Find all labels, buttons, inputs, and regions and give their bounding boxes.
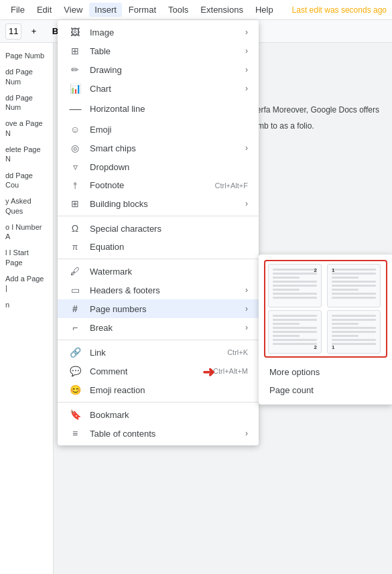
sidebar-item-page-numb[interactable]: Page Numb: [3, 48, 50, 63]
menu-item-break[interactable]: ⌐ Break ›: [58, 318, 259, 337]
insert-dropdown-menu: 🖼 Image › ⊞ Table › ✏ Drawing › 📊 Chart …: [58, 20, 259, 445]
doc-line: [332, 273, 376, 275]
horizontal-line-icon: —: [68, 102, 82, 116]
menu-item-table[interactable]: ⊞ Table ›: [58, 42, 259, 60]
menu-item-page-numbers-label: Page numbers: [90, 304, 243, 314]
doc-line: [273, 323, 300, 325]
page-numbers-arrow-icon: ›: [245, 304, 248, 313]
menu-item-equation[interactable]: π Equation: [58, 238, 259, 256]
menu-item-equation-label: Equation: [90, 242, 248, 252]
menubar: File Edit View Insert Format Tools Exten…: [0, 0, 392, 20]
menu-item-dropdown-label: Dropdown: [90, 162, 248, 172]
doc-line: [332, 297, 376, 299]
menu-item-emoji[interactable]: ☺ Emoji: [58, 120, 259, 139]
menu-item-footnote[interactable]: † Footnote Ctrl+Alt+F: [58, 176, 259, 194]
doc-line: [332, 335, 358, 337]
menu-item-watermark[interactable]: 🖋 Watermark: [58, 262, 259, 281]
page-doc-preview-br: 2: [269, 311, 321, 353]
menu-item-page-numbers[interactable]: # Page numbers ›: [58, 299, 259, 318]
menu-item-break-label: Break: [90, 323, 243, 333]
menu-edit[interactable]: Edit: [31, 3, 57, 17]
sidebar-item-asked[interactable]: y Asked Ques: [3, 194, 50, 218]
menu-item-horizontal-line[interactable]: — Horizontal line: [58, 98, 259, 120]
menu-item-horizontal-line-label: Horizontal line: [90, 104, 248, 114]
menu-item-smart-chips[interactable]: ◎ Smart chips ›: [58, 139, 259, 157]
sidebar-item-add-page[interactable]: Add a Page |: [3, 271, 50, 296]
menu-item-bookmark[interactable]: 🔖 Bookmark: [58, 405, 259, 424]
emoji-icon: ☺: [68, 124, 82, 135]
menu-file[interactable]: File: [5, 3, 30, 17]
more-options-button[interactable]: More options: [264, 363, 387, 381]
page-count-button[interactable]: Page count: [264, 381, 387, 399]
menu-insert[interactable]: Insert: [89, 3, 122, 17]
sidebar-item-delete-page[interactable]: elete Page N: [3, 142, 50, 167]
menu-item-headers-footers[interactable]: ▭ Headers & footers ›: [58, 281, 259, 299]
menu-view[interactable]: View: [58, 3, 88, 17]
menu-item-emoji-label: Emoji: [90, 125, 248, 135]
building-blocks-arrow-icon: ›: [245, 199, 248, 208]
menu-item-image-label: Image: [90, 27, 243, 38]
page-number-bottom-right-option[interactable]: 2: [268, 310, 322, 354]
menu-item-dropdown[interactable]: ▿ Dropdown: [58, 157, 259, 176]
watermark-icon: 🖋: [68, 266, 82, 277]
sidebar-item-add-page-num-1[interactable]: dd Page Num: [3, 64, 50, 89]
break-arrow-icon: ›: [245, 323, 248, 332]
sidebar-item-add-count[interactable]: dd Page Cou: [3, 168, 50, 193]
menu-item-emoji-reaction[interactable]: 😊 Emoji reaction: [58, 380, 259, 399]
menu-item-headers-footers-label: Headers & footers: [90, 285, 243, 295]
menu-tools[interactable]: Tools: [163, 3, 194, 17]
menu-divider-3: [58, 340, 259, 340]
smart-chips-icon: ◎: [68, 143, 82, 153]
page-number-top-right-option[interactable]: 2: [268, 264, 322, 307]
menu-item-link[interactable]: 🔗 Link Ctrl+K: [58, 343, 259, 362]
menu-help[interactable]: Help: [250, 3, 279, 17]
menu-item-chart[interactable]: 📊 Chart ›: [58, 79, 259, 98]
sidebar-item-move-page[interactable]: ove a Page N: [3, 116, 50, 141]
headers-footers-arrow-icon: ›: [245, 285, 248, 295]
menu-item-image[interactable]: 🖼 Image ›: [58, 23, 259, 42]
doc-line: [273, 273, 317, 275]
menu-item-building-blocks[interactable]: ⊞ Building blocks ›: [58, 194, 259, 213]
doc-line: [332, 331, 376, 333]
drawing-icon: ✏: [68, 64, 82, 75]
menu-divider-2: [58, 259, 259, 259]
sidebar-item-add-page-num-2[interactable]: dd Page Num: [3, 90, 50, 115]
dropdown-icon: ▿: [68, 161, 82, 172]
menu-item-smart-chips-label: Smart chips: [90, 143, 243, 153]
menu-item-drawing[interactable]: ✏ Drawing ›: [58, 60, 259, 79]
page-badge-br: 2: [314, 344, 317, 350]
page-number-bottom-left-option[interactable]: 1: [327, 310, 381, 354]
page-number-top-left-option[interactable]: 1: [327, 264, 381, 307]
sidebar-item-n[interactable]: n: [3, 297, 50, 312]
chart-arrow-icon: ›: [245, 84, 248, 93]
doc-line: [273, 289, 300, 291]
table-of-contents-arrow-icon: ›: [245, 429, 248, 438]
menu-format[interactable]: Format: [123, 3, 161, 17]
page-numbers-icon: #: [68, 303, 82, 314]
bookmark-icon: 🔖: [68, 409, 82, 420]
menu-divider-4: [58, 402, 259, 403]
page-doc-preview-tl: 1: [328, 265, 380, 307]
sidebar-item-number-all[interactable]: o I Number A: [3, 220, 50, 244]
page-numbers-submenu: 2 1: [259, 255, 392, 405]
sidebar-item-start-page[interactable]: l I Start Page: [3, 245, 50, 270]
menu-item-comment[interactable]: 💬 Comment Ctrl+Alt+M: [58, 362, 259, 380]
comment-shortcut: Ctrl+Alt+M: [213, 367, 248, 375]
menu-item-chart-label: Chart: [90, 84, 243, 94]
menu-item-table-of-contents[interactable]: ≡ Table of contents ›: [58, 424, 259, 443]
menu-item-bookmark-label: Bookmark: [90, 410, 248, 420]
doc-line: [332, 293, 376, 295]
doc-line: [273, 277, 300, 279]
font-size-value: 11: [9, 26, 18, 36]
footnote-shortcut: Ctrl+Alt+F: [214, 182, 248, 190]
table-arrow-icon: ›: [245, 46, 248, 56]
emoji-reaction-icon: 😊: [68, 384, 82, 395]
menu-extensions[interactable]: Extensions: [195, 3, 249, 17]
doc-line: [273, 335, 300, 337]
menu-item-special-characters[interactable]: Ω Special characters: [58, 219, 259, 238]
comment-icon: 💬: [68, 366, 82, 376]
page-doc-preview-tr: 2: [269, 265, 321, 307]
font-size-display[interactable]: 11: [5, 23, 21, 40]
doc-line: [332, 319, 376, 321]
add-font-size-button[interactable]: +: [24, 22, 43, 41]
